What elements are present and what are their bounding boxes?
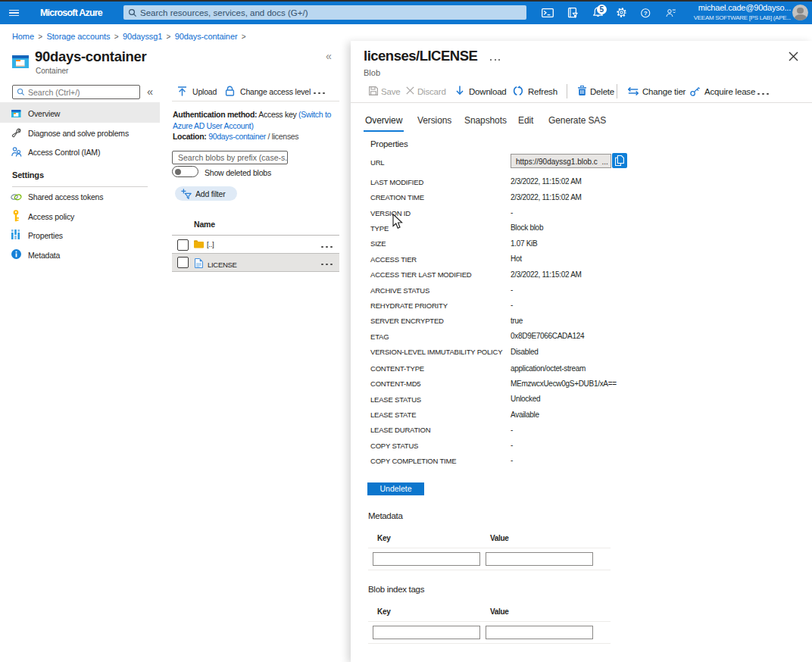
svg-text:?: ?	[644, 10, 648, 17]
